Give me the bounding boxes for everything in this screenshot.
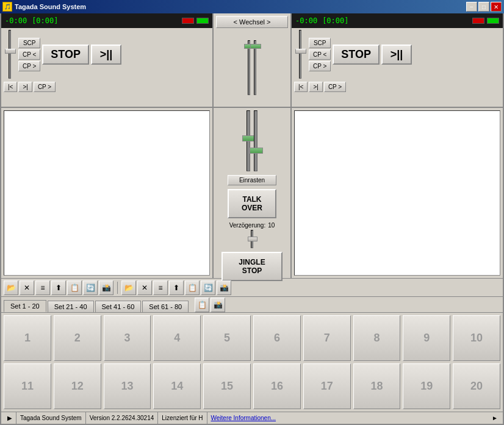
skip-back-left[interactable]: |<	[4, 82, 17, 92]
btn-group-left: SCP CP < CP >	[18, 38, 40, 71]
jingle-btn-3[interactable]: 3	[104, 315, 151, 361]
playlist-right[interactable]	[294, 110, 500, 276]
cf-right-track	[254, 110, 257, 171]
tool-refresh-left[interactable]: 🔄	[83, 280, 98, 295]
jingle-btn-9[interactable]: 9	[403, 315, 450, 361]
jingle-btn-12[interactable]: 12	[54, 363, 101, 409]
playlist-left[interactable]	[4, 110, 210, 276]
tool-list-right[interactable]: ≡	[153, 280, 168, 295]
jingle-btn-16[interactable]: 16	[253, 363, 301, 409]
tool-open-right[interactable]: 📂	[121, 280, 136, 295]
close-button[interactable]: ✕	[491, 2, 502, 12]
tool-close-right[interactable]: ✕	[137, 280, 152, 295]
jingle-btn-2[interactable]: 2	[54, 315, 101, 361]
player-right-time: -0:00	[295, 16, 317, 25]
verz-slider[interactable]	[250, 230, 254, 248]
cp-right-btn-right[interactable]: CP >	[309, 61, 331, 71]
status-link[interactable]: Weitere Informationen...	[211, 415, 276, 421]
skip-back-right[interactable]: |<	[294, 82, 308, 92]
tab-set21-40[interactable]: Set 21 - 40	[48, 301, 94, 312]
player-right-display: -0:00 [0:00]	[292, 13, 503, 28]
jingle-btn-19[interactable]: 19	[403, 363, 450, 409]
verz-thumb[interactable]	[248, 237, 257, 241]
jingle-btn-5[interactable]: 5	[203, 315, 251, 361]
jingle-btn-14[interactable]: 14	[153, 363, 201, 409]
status-arrow: ▶	[7, 415, 12, 421]
einrasten-btn[interactable]: Einrasten	[228, 175, 276, 185]
jingle-stop-line1: JINGLE	[239, 258, 265, 266]
jingle-btn-1[interactable]: 1	[4, 315, 51, 361]
cf-main-slider[interactable]	[247, 110, 250, 171]
cp-right-btn-left[interactable]: CP >	[18, 61, 40, 71]
volume-slider-right[interactable]	[293, 30, 307, 79]
tab-set61-80[interactable]: Set 61 - 80	[142, 301, 189, 312]
tab-set1-20[interactable]: Set 1 - 20	[4, 300, 46, 312]
tool-open-left[interactable]: 📂	[4, 280, 18, 295]
skip-fwd-left[interactable]: >|	[18, 82, 32, 92]
jingle-btn-18[interactable]: 18	[353, 363, 401, 409]
verzogerung-area: Verzögerung: 10	[216, 222, 288, 248]
verzogerung-row: Verzögerung: 10	[229, 222, 275, 229]
cf-right-slider[interactable]	[254, 110, 257, 171]
jingle-btn-20[interactable]: 20	[453, 363, 500, 409]
jingle-btn-6[interactable]: 6	[253, 315, 301, 361]
toolbar-row: 📂 ✕ ≡ ⬆ 📋 🔄 📸 📂 ✕ ≡ ⬆ 📋 🔄 📸	[1, 279, 503, 297]
tool-up-right[interactable]: ⬆	[169, 280, 184, 295]
jingle-btn-11[interactable]: 11	[4, 363, 51, 409]
tool-up-left[interactable]: ⬆	[51, 280, 66, 295]
jingle-btn-7[interactable]: 7	[303, 315, 351, 361]
tool-list-left[interactable]: ≡	[35, 280, 50, 295]
jingle-btn-13[interactable]: 13	[104, 363, 151, 409]
volume-thumb-left[interactable]	[5, 49, 16, 54]
tool-snap-right[interactable]: 📸	[217, 280, 231, 295]
crossfader-top	[216, 30, 288, 104]
skip-fwd-right[interactable]: >|	[309, 82, 322, 92]
jingle-btn-17[interactable]: 17	[303, 363, 351, 409]
pause-btn-left[interactable]: >||	[91, 45, 121, 65]
jingle-stop-btn[interactable]: JINGLE STOP	[221, 252, 283, 281]
scp-btn-left[interactable]: SCP	[18, 38, 40, 48]
maximize-button[interactable]: □	[478, 2, 489, 12]
jingle-btn-10[interactable]: 10	[453, 315, 500, 361]
tool-snap-left[interactable]: 📸	[99, 280, 113, 295]
status-version: Version 2.2.2624.30214	[90, 415, 154, 421]
wechsel-btn[interactable]: < Wechsel >	[216, 16, 288, 28]
volume-slider-left[interactable]	[3, 30, 16, 79]
status-arrow-seg: ▶	[4, 412, 16, 424]
status-bar: ▶ Tagada Sound System Version 2.2.2624.3…	[1, 412, 503, 424]
cf-thumb-top2[interactable]	[250, 44, 261, 49]
tab-icon-2[interactable]: 📸	[211, 298, 225, 312]
jingle-btn-4[interactable]: 4	[153, 315, 201, 361]
tool-close-left[interactable]: ✕	[20, 280, 34, 295]
player-left: -0:00 [0:00] SCP CP < CP >	[1, 13, 212, 107]
transport-right: |< >| CP >	[292, 80, 503, 93]
indicator-red-right	[472, 18, 484, 24]
status-link-seg: Weitere Informationen...	[207, 412, 280, 424]
stop-btn-right[interactable]: STOP	[333, 45, 380, 65]
tab-icon-1[interactable]: 📋	[195, 298, 209, 312]
tab-set41-60[interactable]: Set 41 - 60	[95, 301, 142, 312]
scp-btn-right[interactable]: SCP	[309, 38, 331, 48]
minimize-button[interactable]: −	[466, 2, 477, 12]
cf-slider-top2[interactable]	[254, 40, 256, 95]
indicator-red-left	[182, 18, 194, 24]
stop-btn-left[interactable]: STOP	[42, 45, 89, 65]
status-scroll-right[interactable]: ►	[489, 415, 500, 421]
player-left-display: -0:00 [0:00]	[1, 13, 212, 28]
cp-left-btn-left[interactable]: CP <	[18, 49, 40, 60]
indicator-green-right	[487, 18, 499, 24]
cp-left-btn-right[interactable]: CP <	[309, 49, 331, 60]
cf-right-thumb[interactable]	[250, 148, 263, 154]
jingle-btn-15[interactable]: 15	[203, 363, 251, 409]
talk-over-btn[interactable]: TALK OVER	[228, 189, 276, 218]
cf-track-top2	[254, 40, 256, 95]
crossfader-middle	[216, 110, 288, 171]
tool-copy-right[interactable]: 📋	[185, 280, 200, 295]
tool-copy-left[interactable]: 📋	[67, 280, 82, 295]
cp-right2-right[interactable]: CP >	[324, 82, 346, 92]
volume-thumb-right[interactable]	[295, 49, 306, 54]
pause-btn-right[interactable]: >||	[381, 45, 412, 65]
jingle-btn-8[interactable]: 8	[353, 315, 401, 361]
cp-right2-left[interactable]: CP >	[34, 82, 56, 92]
tool-refresh-right[interactable]: 🔄	[201, 280, 215, 295]
